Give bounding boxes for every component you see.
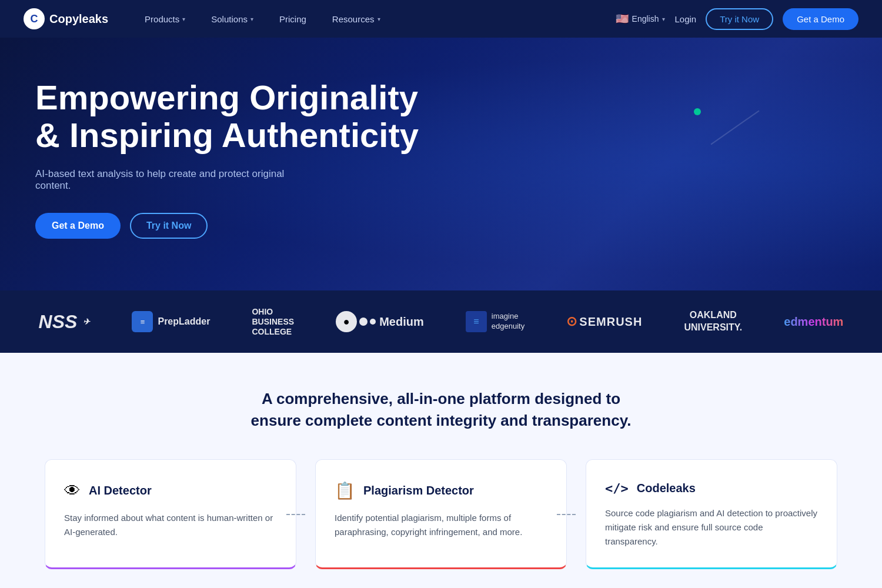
eye-icon: 👁 [64,481,81,500]
logo-semrush: ⊙ SEMRUSH [566,314,642,329]
brand-name: Copyleaks [49,12,108,26]
feature-cards: 👁 AI Detector Stay informed about what c… [35,459,847,569]
document-icon: 📋 [335,481,355,500]
codeleaks-title: Codeleaks [637,482,696,495]
hero-decoration [670,108,764,128]
codeleaks-desc: Source code plagiarism and AI detection … [605,506,818,549]
rocket-icon: ✈ [83,317,90,326]
nav-resources[interactable]: Resources ▾ [319,0,393,38]
language-selector[interactable]: 🇺🇸 English ▾ [616,12,666,25]
ai-detector-desc: Stay informed about what content is huma… [64,511,277,539]
logo-oakland: OAKLANDUNIVERSITY. [684,309,742,334]
nav-right: 🇺🇸 English ▾ Login Try it Now Get a Demo [616,8,858,30]
logos-strip: NSS ✈ ≡ PrepLadder OHIOBUSINESSCOLLEGE ●… [0,290,882,353]
plagiarism-detector-card: 📋 Plagiarism Detector Identify potential… [315,459,567,569]
plagiarism-detector-title: Plagiarism Detector [363,484,474,497]
try-now-hero-button[interactable]: Try it Now [130,213,208,239]
ai-detector-card: 👁 AI Detector Stay informed about what c… [45,459,296,569]
chevron-down-icon: ▾ [182,16,185,22]
deco-dot [694,108,701,115]
features-headline: A comprehensive, all-in-one platform des… [235,388,647,431]
chevron-down-icon: ▾ [662,16,665,22]
logo-prepladder: ≡ PrepLadder [132,311,210,332]
codeleaks-card: </> Codeleaks Source code plagiarism and… [586,459,837,569]
ai-detector-title: AI Detector [89,484,152,497]
deco-line [710,111,759,145]
features-section: A comprehensive, all-in-one platform des… [0,353,882,588]
logo-icon: C [24,8,45,29]
card-connector [286,514,305,515]
hero-content: Empowering Originality & Inspiring Authe… [35,79,447,239]
logo-edgenuity: ≡ imagineedgenuity [466,311,524,332]
logo-nss: NSS ✈ [39,311,91,333]
hero-subtitle: AI-based text analysis to help create an… [35,168,318,192]
nav-products[interactable]: Products ▾ [132,0,198,38]
logo-medium: ● Medium [336,311,424,332]
login-button[interactable]: Login [674,14,696,24]
code-icon: </> [605,481,629,496]
get-demo-hero-button[interactable]: Get a Demo [35,213,121,239]
logo-ohio: OHIOBUSINESSCOLLEGE [252,307,294,336]
hero-title: Empowering Originality & Inspiring Authe… [35,79,447,154]
chevron-down-icon: ▾ [377,16,380,22]
nav-pricing[interactable]: Pricing [266,0,319,38]
chevron-down-icon: ▾ [250,16,253,22]
nav-solutions[interactable]: Solutions ▾ [198,0,266,38]
get-demo-nav-button[interactable]: Get a Demo [783,8,858,30]
hero-section: Empowering Originality & Inspiring Authe… [0,38,882,290]
logo[interactable]: C Copyleaks [24,8,108,29]
card-connector [557,514,576,515]
hero-buttons: Get a Demo Try it Now [35,213,447,239]
try-now-nav-button[interactable]: Try it Now [706,8,773,30]
navbar: C Copyleaks Products ▾ Solutions ▾ Prici… [0,0,882,38]
nav-links: Products ▾ Solutions ▾ Pricing Resources… [132,0,615,38]
plagiarism-detector-desc: Identify potential plagiarism, multiple … [335,511,547,539]
us-flag-icon: 🇺🇸 [616,12,629,25]
logo-edmentum: edmentum [784,315,843,329]
